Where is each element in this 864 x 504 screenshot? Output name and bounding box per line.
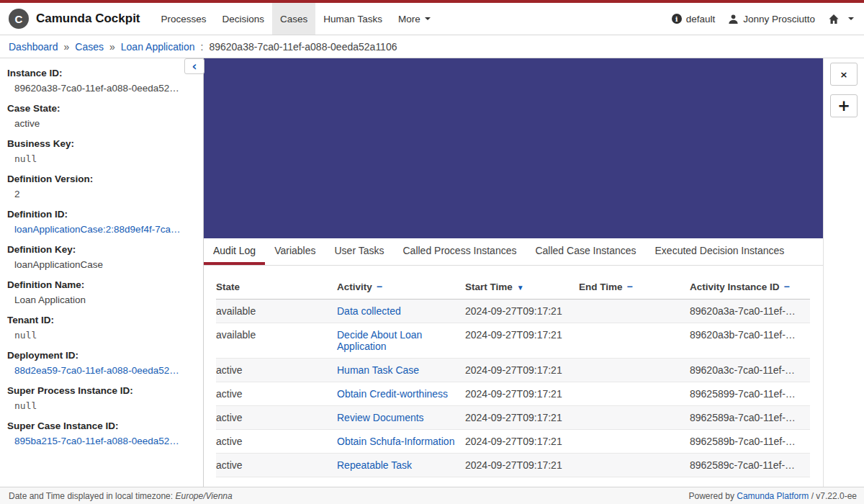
nav-item-human-tasks[interactable]: Human Tasks xyxy=(315,3,390,35)
brand[interactable]: C Camunda Cockpit xyxy=(9,3,140,35)
field-label: Instance ID: xyxy=(7,68,193,78)
breadcrumb-separator: » xyxy=(109,41,115,53)
cell-state: active xyxy=(216,382,337,406)
sort-remove-icon[interactable]: − xyxy=(784,281,790,292)
field-case-state: Case State: active xyxy=(7,103,193,129)
table-row: active Obtain Schufa-Information 2024-09… xyxy=(216,430,810,454)
field-definition-name: Definition Name: Loan Application xyxy=(7,279,193,305)
cell-start-time: 2024-09-27T09:17:21 xyxy=(465,430,579,454)
nav-item-cases[interactable]: Cases xyxy=(272,3,315,35)
nav-item-more[interactable]: More xyxy=(390,3,438,35)
sort-desc-icon[interactable]: ▼ xyxy=(517,284,524,292)
table-header-row: State Activity− Start Time▼ End Time− Ac… xyxy=(216,275,810,300)
tab-variables[interactable]: Variables xyxy=(265,238,325,265)
cell-activity-instance-id: 8962589a-7ca0-11ef-… xyxy=(690,406,810,430)
super-case-instance-id-link[interactable]: 895ba215-7ca0-11ef-a088-0eeda52… xyxy=(7,436,193,446)
column-header-activity[interactable]: Activity− xyxy=(337,275,465,300)
field-label: Definition Name: xyxy=(7,279,193,290)
chevron-down-icon xyxy=(848,17,854,20)
user-menu[interactable]: Jonny Prosciutto xyxy=(728,14,815,24)
activity-link[interactable]: Repeatable Task xyxy=(337,459,412,471)
sidebar-collapse-button[interactable]: ‹ xyxy=(184,58,204,74)
audit-log-panel: State Activity− Start Time▼ End Time− Ac… xyxy=(204,266,823,477)
field-label: Definition Version: xyxy=(7,174,193,184)
nav-item-decisions[interactable]: Decisions xyxy=(215,3,273,35)
field-value: null xyxy=(7,330,193,341)
diagram-reset-button[interactable]: × xyxy=(830,63,858,86)
nav-item-processes[interactable]: Processes xyxy=(153,3,215,35)
field-label: Tenant ID: xyxy=(7,315,193,325)
tab-called-case-instances[interactable]: Called Case Instances xyxy=(526,238,645,265)
camunda-platform-link[interactable]: Camunda Platform xyxy=(737,491,809,501)
field-instance-id: Instance ID: 89620a38-7ca0-11ef-a088-0ee… xyxy=(7,68,193,94)
field-label: Business Key: xyxy=(7,138,193,149)
cell-activity: Repeatable Task xyxy=(337,454,465,477)
sort-remove-icon[interactable]: − xyxy=(627,281,633,292)
field-label: Deployment ID: xyxy=(7,350,193,361)
breadcrumb-colon: : xyxy=(201,41,204,53)
column-label: State xyxy=(216,282,240,292)
cell-start-time: 2024-09-27T09:17:21 xyxy=(465,406,579,430)
table-row: available Data collected 2024-09-27T09:1… xyxy=(216,300,810,323)
breadcrumb-cases[interactable]: Cases xyxy=(75,41,104,53)
apps-menu[interactable] xyxy=(828,14,854,24)
cell-activity-instance-id: 89620a3c-7ca0-11ef-… xyxy=(690,359,810,382)
field-tenant-id: Tenant ID: null xyxy=(7,315,193,341)
cell-state: active xyxy=(216,406,337,430)
definition-id-link[interactable]: loanApplicationCase:2:88d9ef4f-7ca… xyxy=(7,224,193,235)
tab-executed-decision-instances[interactable]: Executed Decision Instances xyxy=(646,238,794,265)
breadcrumb-dashboard[interactable]: Dashboard xyxy=(9,41,58,53)
cell-state: active xyxy=(216,454,337,477)
activity-link[interactable]: Decide About Loan Application xyxy=(337,329,422,352)
cell-activity-instance-id: 8962589c-7ca0-11ef-… xyxy=(690,454,810,477)
column-header-end-time[interactable]: End Time− xyxy=(579,275,690,300)
column-header-activity-instance-id[interactable]: Activity Instance ID− xyxy=(690,275,810,300)
cell-activity: Decide About Loan Application xyxy=(337,323,465,359)
activity-link[interactable]: Obtain Schufa-Information xyxy=(337,436,454,447)
field-value: 89620a38-7ca0-11ef-a088-0eeda52… xyxy=(7,83,193,94)
activity-link[interactable]: Obtain Credit-worthiness xyxy=(337,388,448,400)
user-name: Jonny Prosciutto xyxy=(743,14,815,24)
activity-link[interactable]: Data collected xyxy=(337,305,401,317)
instance-details-sidebar: Instance ID: 89620a38-7ca0-11ef-a088-0ee… xyxy=(0,58,204,487)
activity-link[interactable]: Human Task Case xyxy=(337,364,419,376)
activity-link[interactable]: Review Documents xyxy=(337,412,424,423)
field-super-process-instance-id: Super Process Instance ID: null xyxy=(7,385,193,411)
cell-end-time xyxy=(579,454,690,477)
navbar: C Camunda Cockpit Processes Decisions Ca… xyxy=(0,3,864,35)
field-value: Loan Application xyxy=(7,294,193,305)
sort-remove-icon[interactable]: − xyxy=(377,281,382,292)
tab-user-tasks[interactable]: User Tasks xyxy=(325,238,394,265)
cell-activity-instance-id: 8962589b-7ca0-11ef-… xyxy=(690,430,810,454)
tab-audit-log[interactable]: Audit Log xyxy=(204,238,265,265)
cell-activity: Review Documents xyxy=(337,406,465,430)
case-diagram-canvas[interactable] xyxy=(204,58,823,238)
more-label: More xyxy=(398,14,420,24)
zoom-in-button[interactable]: + xyxy=(830,94,858,117)
field-definition-version: Definition Version: 2 xyxy=(7,174,193,199)
cell-state: available xyxy=(216,300,337,323)
main-nav: Processes Decisions Cases Human Tasks Mo… xyxy=(153,3,438,35)
timezone-value: Europe/Vienna xyxy=(175,491,232,501)
column-label: Start Time xyxy=(465,282,513,292)
cell-end-time xyxy=(579,323,690,359)
engine-selector[interactable]: i default xyxy=(672,14,716,24)
tab-called-process-instances[interactable]: Called Process Instances xyxy=(393,238,526,265)
deployment-id-link[interactable]: 88d2ea59-7ca0-11ef-a088-0eeda52… xyxy=(7,365,193,376)
cell-activity: Obtain Credit-worthiness xyxy=(337,382,465,406)
field-deployment-id: Deployment ID: 88d2ea59-7ca0-11ef-a088-0… xyxy=(7,350,193,376)
cell-end-time xyxy=(579,406,690,430)
cell-start-time: 2024-09-27T09:17:21 xyxy=(465,323,579,359)
cell-activity-instance-id: 89620a3a-7ca0-11ef-… xyxy=(690,300,810,323)
user-icon xyxy=(728,14,739,24)
cell-end-time xyxy=(579,300,690,323)
audit-log-table: State Activity− Start Time▼ End Time− Ac… xyxy=(216,275,810,477)
diagram-controls: × + xyxy=(824,58,864,487)
breadcrumb-loan-application[interactable]: Loan Application xyxy=(121,41,195,53)
field-label: Super Process Instance ID: xyxy=(7,385,193,396)
column-header-state[interactable]: State xyxy=(216,275,337,300)
powered-prefix: Powered by xyxy=(689,491,734,501)
cell-activity: Data collected xyxy=(337,300,465,323)
column-header-start-time[interactable]: Start Time▼ xyxy=(465,275,579,300)
breadcrumb-separator: » xyxy=(64,41,70,53)
